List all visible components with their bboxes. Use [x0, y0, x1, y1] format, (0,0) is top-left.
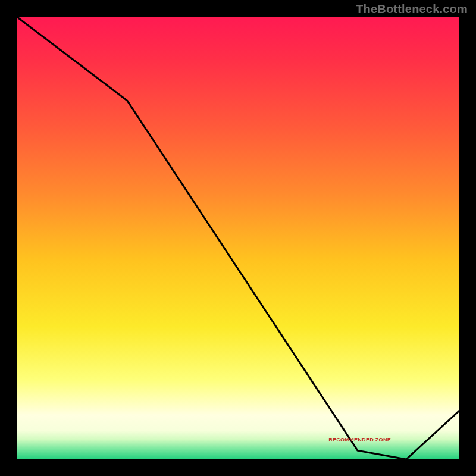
plot-area: RECOMMENDED ZONE [17, 17, 459, 459]
data-line [17, 17, 459, 459]
recommended-zone-label: RECOMMENDED ZONE [328, 437, 391, 443]
chart-frame: TheBottleneck.com RECOMMENDED ZONE [0, 0, 476, 476]
watermark-text: TheBottleneck.com [356, 2, 468, 16]
